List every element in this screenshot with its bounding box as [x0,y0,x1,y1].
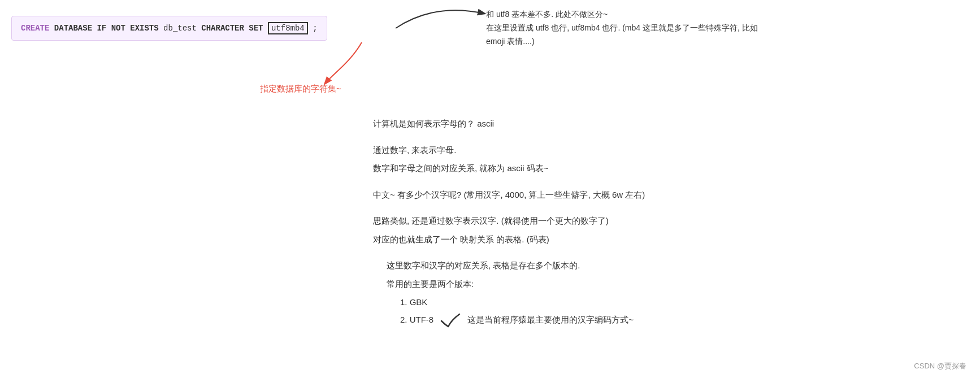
list-item-utf8: 2. UTF-8 这是当前程序猿最主要使用的汉字编码方式~ [387,312,882,328]
annotation-line2: 在这里设置成 utf8 也行, utf8mb4 也行. (mb4 这里就是多了一… [486,21,803,35]
annotation-utf8mb4: 和 utf8 基本差不多. 此处不做区分~ 在这里设置成 utf8 也行, ut… [486,8,803,48]
question-ascii: 计算机是如何表示字母的？ ascii [373,116,882,132]
keyword-database: DATABASE [54,24,97,33]
charset-value-highlight: utf8mb4 [268,22,308,34]
para-chinese-count: 中文~ 有多少个汉字呢? (常用汉字, 4000, 算上一些生僻字, 大概 6w… [373,187,882,203]
keyword-if-not-exists: IF NOT EXISTS [97,24,158,33]
code-block: CREATE DATABASE IF NOT EXISTS db_test CH… [11,16,327,41]
keyword-create: CREATE [21,24,49,33]
main-content: 计算机是如何表示字母的？ ascii 通过数字, 来表示字母. 数字和字母之间的… [373,116,882,338]
list-item-gbk: 1. GBK [387,294,882,311]
checkmark-icon [440,312,461,328]
section-ascii: 计算机是如何表示字母的？ ascii [373,116,882,132]
para-similar-approach: 思路类似, 还是通过数字表示汉字. (就得使用一个更大的数字了) [373,213,882,229]
utf8-label: 2. UTF-8 [400,312,433,328]
section-chinese-encode: 思路类似, 还是通过数字表示汉字. (就得使用一个更大的数字了) 对应的也就生成… [373,213,882,247]
para-multiple-versions: 这里数字和汉字的对应关系, 表格是存在多个版本的. [387,258,882,274]
para-two-versions: 常用的主要是两个版本: [387,276,882,293]
csdn-watermark: CSDN @贾探春 [914,361,966,371]
keyword-character-set: CHARACTER SET [201,24,263,33]
semicolon: ; [313,24,317,33]
charset-value: utf8mb4 [271,24,305,33]
annotation-line1: 和 utf8 基本差不多. 此处不做区分~ [486,8,803,21]
dbname: db_test [163,24,201,33]
section-chinese: 中文~ 有多少个汉字呢? (常用汉字, 4000, 算上一些生僻字, 大概 6w… [373,187,882,203]
annotation-charset: 指定数据库的字符集~ [260,84,341,94]
section-ascii-explain: 通过数字, 来表示字母. 数字和字母之间的对应关系, 就称为 ascii 码表~ [373,142,882,177]
para-digits-letters: 通过数字, 来表示字母. [373,142,882,159]
section-versions: 这里数字和汉字的对应关系, 表格是存在多个版本的. 常用的主要是两个版本: 1.… [373,258,882,328]
annotation-line3: emoji 表情....) [486,35,803,49]
utf8-note: 这是当前程序猿最主要使用的汉字编码方式~ [467,312,634,328]
para-mapping-table: 对应的也就生成了一个 映射关系 的表格. (码表) [373,232,882,248]
para-ascii-table: 数字和字母之间的对应关系, 就称为 ascii 码表~ [373,160,882,177]
